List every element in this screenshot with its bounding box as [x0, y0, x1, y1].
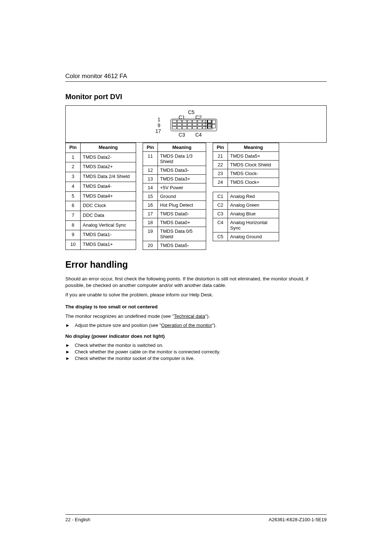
table-row: 12TMDS Data3-	[143, 166, 206, 175]
dia-label-1: 1	[158, 117, 160, 122]
bullet-arrow-icon: ►	[65, 323, 75, 328]
cell-meaning: TMDS Data1+	[81, 240, 136, 250]
cell-pin: 5	[66, 191, 81, 201]
page-footer: 22 - English A26361-K628-Z100-1-5E19	[65, 514, 327, 522]
cell-pin: 18	[143, 218, 158, 227]
pin-table-2: PinMeaning 11TMDS Data 1/3 Shield12TMDS …	[143, 143, 206, 250]
table-row: 14+5V Power	[143, 183, 206, 192]
footer-docid: A26361-K628-Z100-1-5E19	[269, 517, 327, 522]
pinout-tables: PinMeaning 1TMDS Data2-2TMDS Data2+3TMDS…	[65, 143, 327, 250]
table-row: C3Analog Blue	[213, 210, 279, 218]
table-row: 15Ground	[143, 192, 206, 201]
table-row: 16Hot Plug Detect	[143, 201, 206, 210]
cell-pin: 19	[143, 227, 158, 241]
cell-meaning: TMDS Clock+	[228, 178, 279, 187]
table-row: 13TMDS Data3+	[143, 175, 206, 183]
list-item: ►Check whether the power cable on the mo…	[65, 349, 327, 355]
sub1-post: ").	[205, 313, 210, 319]
cell-pin: 21	[213, 152, 228, 161]
pin-table-1: PinMeaning 1TMDS Data2-2TMDS Data2+3TMDS…	[65, 143, 136, 250]
bullet-arrow-icon: ►	[65, 356, 75, 361]
table-row: 24TMDS Clock+	[213, 178, 279, 187]
error-intro-2: If you are unable to solve the problem, …	[65, 292, 327, 298]
cell-pin: 16	[143, 201, 158, 210]
cell-pin: 11	[143, 152, 158, 166]
table-row: C1Analog Red	[213, 192, 279, 201]
sub1-bullets: ► Adjust the picture size and position (…	[65, 323, 327, 328]
table-row: 4TMDS Data4-	[66, 182, 136, 191]
table-row: 21TMDS Data5+	[213, 152, 279, 161]
table-row: 18TMDS Data0+	[143, 218, 206, 227]
sub1-pre: The monitor recognizes an undefined mode…	[65, 313, 174, 319]
cell-meaning: DDC Data	[81, 211, 136, 221]
cell-meaning: Ground	[158, 192, 206, 201]
table-row: 10TMDS Data1+	[66, 240, 136, 250]
sub1-title: The display is too small or not centered	[65, 304, 327, 310]
table-row: 1TMDS Data2-	[66, 153, 136, 162]
cell-pin: 12	[143, 166, 158, 175]
table-row: 8Analog Vertical Sync	[66, 220, 136, 230]
section-title-error: Error handling	[65, 259, 327, 270]
th-meaning: Meaning	[81, 143, 136, 153]
cell-meaning: TMDS Data0-	[158, 210, 206, 218]
cell-meaning: Analog Ground	[228, 232, 279, 241]
cell-pin: 1	[66, 153, 81, 162]
bullet-text: Adjust the picture size and position (se…	[75, 323, 327, 328]
cell-meaning: TMDS Data 2/4 Shield	[81, 172, 136, 182]
cell-pin: 23	[213, 169, 228, 178]
cell-pin: 10	[66, 240, 81, 250]
cell-meaning: TMDS Data5-	[158, 241, 206, 250]
sub2-title: No display (power indicator does not lig…	[65, 333, 327, 340]
dia-label-17: 17	[155, 128, 161, 134]
bullet-text: Check whether the power cable on the mon…	[75, 349, 327, 355]
cell-pin: C2	[213, 201, 228, 210]
bullet-text: Check whether the monitor socket of the …	[75, 356, 327, 361]
product-name: Color monitor 4612 FA	[65, 73, 127, 80]
dia-label-9: 9	[158, 122, 160, 128]
footer-page: 22 - English	[65, 517, 90, 522]
th-meaning: Meaning	[158, 143, 206, 152]
cell-pin: 14	[143, 183, 158, 192]
cell-meaning: TMDS Data4-	[81, 182, 136, 191]
cell-pin: 20	[143, 241, 158, 250]
cell-pin: C5	[213, 232, 228, 241]
cell-meaning: TMDS Data1-	[81, 230, 136, 240]
table-row: C5Analog Ground	[213, 232, 279, 241]
cell-meaning: Hot Plug Detect	[158, 201, 206, 210]
cell-meaning: +5V Power	[158, 183, 206, 192]
table-row: 17TMDS Data0-	[143, 210, 206, 218]
pin-table-4: C1Analog RedC2Analog GreenC3Analog BlueC…	[213, 192, 279, 241]
cell-meaning: Analog Red	[228, 192, 279, 201]
cell-meaning: Analog Horizontal Sync	[228, 218, 279, 232]
cell-meaning: TMDS Clock Shield	[228, 161, 279, 169]
cell-meaning: Analog Green	[228, 201, 279, 210]
cell-pin: 9	[66, 230, 81, 240]
sub1-text: The monitor recognizes an undefined mode…	[65, 313, 327, 320]
cell-pin: 24	[213, 178, 228, 187]
cell-pin: 22	[213, 161, 228, 169]
cell-pin: 15	[143, 192, 158, 201]
table-row: 9TMDS Data1-	[66, 230, 136, 240]
th-pin: Pin	[66, 143, 81, 153]
dia-label-c4: C4	[195, 132, 202, 138]
link-operation-monitor[interactable]: Operation of the monitor	[161, 323, 212, 328]
cell-meaning: Analog Vertical Sync	[81, 220, 136, 230]
th-pin: Pin	[143, 143, 158, 152]
th-pin: Pin	[213, 143, 228, 152]
list-item: ► Adjust the picture size and position (…	[65, 323, 327, 328]
cell-meaning: DDC Clock	[81, 201, 136, 211]
table-row: 19TMDS Data 0/5 Shield	[143, 227, 206, 241]
table-row: C4Analog Horizontal Sync	[213, 218, 279, 232]
cell-pin: C3	[213, 210, 228, 218]
dvi-connector-icon	[171, 119, 217, 131]
error-intro-1: Should an error occur, first check the f…	[65, 276, 327, 289]
table-row: 23TMDS Clock-	[213, 169, 279, 178]
cell-meaning: TMDS Data3+	[158, 175, 206, 183]
dia-label-c5: C5	[188, 109, 195, 115]
bullet-text: Check whether the monitor is switched on…	[75, 343, 327, 348]
link-technical-data[interactable]: Technical data	[174, 313, 205, 319]
cell-meaning: Analog Blue	[228, 210, 279, 218]
cell-meaning: TMDS Data 0/5 Shield	[158, 227, 206, 241]
table-row: C2Analog Green	[213, 201, 279, 210]
dia-label-c3: C3	[179, 132, 185, 138]
